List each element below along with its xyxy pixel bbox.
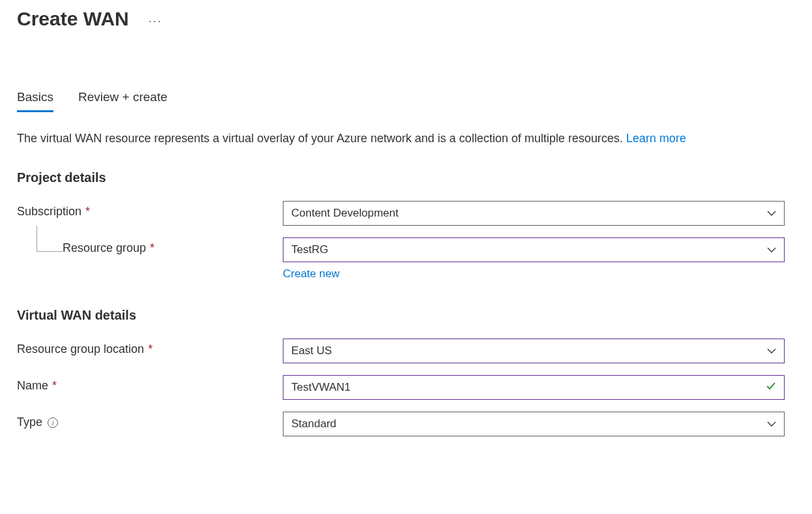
subscription-dropdown[interactable]: Content Development: [283, 201, 785, 226]
checkmark-icon: [766, 381, 776, 395]
control-wrap-resource-group: TestRG Create new: [283, 237, 785, 280]
section-vwan-details-title: Virtual WAN details: [17, 308, 795, 323]
required-marker: *: [150, 241, 154, 255]
tab-basics[interactable]: Basics: [17, 87, 53, 112]
chevron-down-icon: [767, 245, 776, 254]
chevron-down-icon: [767, 346, 776, 355]
name-input[interactable]: TestVWAN1: [283, 375, 785, 400]
location-value: East US: [291, 344, 332, 357]
label-wrap-name: Name *: [17, 375, 283, 393]
control-wrap-subscription: Content Development: [283, 201, 785, 226]
tabs: Basics Review + create: [17, 87, 795, 112]
row-type: Type i Standard: [17, 412, 795, 436]
label-subscription: Subscription: [17, 205, 81, 219]
page-title: Create WAN: [17, 8, 129, 30]
row-subscription: Subscription * Content Development: [17, 201, 795, 226]
row-resource-group: Resource group * TestRG Create new: [17, 237, 795, 280]
description-body: The virtual WAN resource represents a vi…: [17, 132, 626, 145]
chevron-down-icon: [767, 209, 776, 218]
row-name: Name * TestVWAN1: [17, 375, 795, 400]
type-dropdown[interactable]: Standard: [283, 412, 785, 436]
label-wrap-location: Resource group location *: [17, 339, 283, 356]
chevron-down-icon: [767, 419, 776, 429]
required-marker: *: [52, 379, 57, 393]
label-wrap-type: Type i: [17, 412, 283, 429]
label-location: Resource group location: [17, 342, 144, 356]
control-wrap-type: Standard: [283, 412, 785, 436]
row-location: Resource group location * East US: [17, 339, 795, 363]
subscription-value: Content Development: [291, 207, 398, 220]
description-text: The virtual WAN resource represents a vi…: [17, 130, 786, 147]
resource-group-dropdown[interactable]: TestRG: [283, 237, 785, 262]
location-dropdown[interactable]: East US: [283, 339, 785, 363]
learn-more-link[interactable]: Learn more: [626, 132, 686, 145]
control-wrap-location: East US: [283, 339, 785, 363]
create-new-link[interactable]: Create new: [283, 267, 340, 280]
label-wrap-subscription: Subscription *: [17, 201, 283, 219]
more-menu-icon[interactable]: ···: [149, 14, 162, 28]
info-icon[interactable]: i: [48, 417, 58, 428]
label-type: Type: [17, 416, 42, 429]
page-header: Create WAN ···: [17, 8, 795, 30]
section-project-details-title: Project details: [17, 170, 795, 185]
label-name: Name: [17, 379, 48, 393]
tab-review-create[interactable]: Review + create: [78, 87, 167, 112]
required-marker: *: [85, 205, 90, 219]
control-wrap-name: TestVWAN1: [283, 375, 785, 400]
tree-connector: [36, 226, 63, 252]
resource-group-value: TestRG: [291, 243, 328, 256]
name-value: TestVWAN1: [291, 381, 351, 394]
label-resource-group: Resource group: [63, 241, 146, 255]
type-value: Standard: [291, 417, 336, 431]
required-marker: *: [148, 342, 152, 356]
